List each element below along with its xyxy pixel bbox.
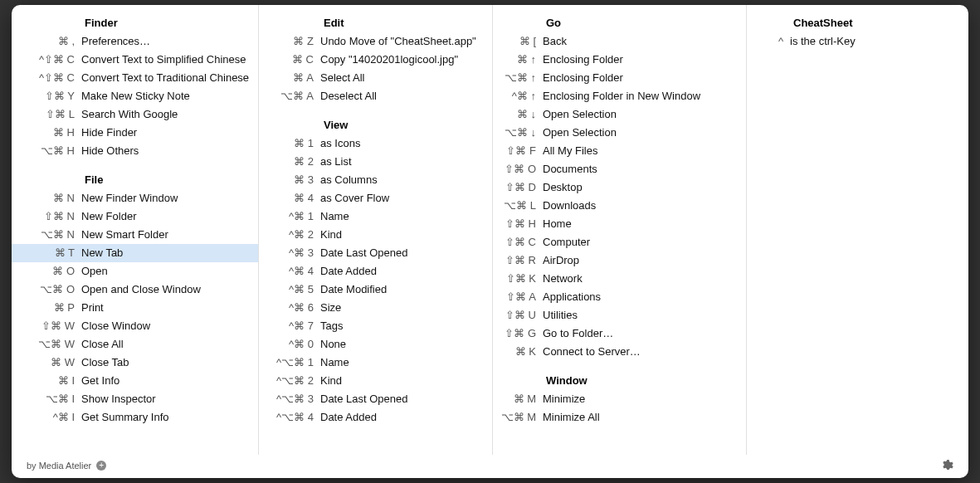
- shortcut-row[interactable]: ⇧⌘ LSearch With Google: [12, 105, 258, 124]
- shortcut-row[interactable]: ⌘ ,Preferences…: [12, 32, 258, 51]
- shortcut-label: Close Window: [80, 317, 150, 335]
- shortcut-label: Back: [541, 32, 567, 51]
- shortcut-row[interactable]: ^⌥⌘ 3Date Last Opened: [259, 390, 492, 408]
- shortcut-keys: ⌘ C: [259, 51, 319, 69]
- shortcut-label: Copy "14020201logicool.jpg": [319, 51, 458, 69]
- shortcut-row[interactable]: ⌘ [Back: [493, 32, 746, 51]
- shortcut-row[interactable]: ⌘ KConnect to Server…: [493, 343, 746, 361]
- shortcut-row[interactable]: ^⌘ 3Date Last Opened: [259, 244, 492, 262]
- shortcut-row[interactable]: ⌘ TNew Tab: [12, 244, 258, 262]
- shortcut-row[interactable]: ⌥⌘ OOpen and Close Window: [12, 281, 258, 299]
- shortcut-row[interactable]: ⌥⌘ IShow Inspector: [12, 390, 258, 408]
- shortcut-label: Size: [319, 299, 341, 317]
- shortcut-keys: ⇧⌘ W: [12, 317, 80, 335]
- shortcut-row[interactable]: ⇧⌘ KNetwork: [493, 270, 746, 288]
- shortcut-keys: ^⌘ 4: [259, 262, 319, 281]
- shortcut-row[interactable]: ⌘ ↑Enclosing Folder: [493, 51, 746, 69]
- shortcut-keys: ⇧⌘ D: [493, 178, 541, 197]
- shortcut-keys: ⌥⌘ A: [259, 87, 319, 105]
- shortcut-row[interactable]: ⌥⌘ NNew Smart Folder: [12, 226, 258, 244]
- section-title: View: [259, 115, 492, 134]
- shortcut-row[interactable]: ^⌘ 1Name: [259, 207, 492, 226]
- shortcut-row[interactable]: ⌥⌘ ↓Open Selection: [493, 124, 746, 142]
- shortcut-label: Documents: [541, 160, 597, 178]
- shortcut-keys: ⇧⌘ C: [493, 233, 541, 251]
- section-title: Finder: [12, 13, 258, 32]
- shortcut-row[interactable]: ^⌘ 0None: [259, 335, 492, 354]
- shortcut-row[interactable]: ⇧⌘ YMake New Sticky Note: [12, 87, 258, 105]
- gear-icon[interactable]: [940, 459, 953, 472]
- shortcut-row[interactable]: ^⇧⌘ CConvert Text to Traditional Chinese: [12, 69, 258, 87]
- shortcut-label: Search With Google: [80, 105, 178, 124]
- shortcut-label: Make New Sticky Note: [80, 87, 190, 105]
- shortcut-keys: ^⌥⌘ 1: [259, 354, 319, 372]
- shortcut-keys: ^⌘ 5: [259, 281, 319, 299]
- shortcut-row[interactable]: ⌘ MMinimize: [493, 390, 746, 408]
- shortcut-row[interactable]: ⌘ HHide Finder: [12, 124, 258, 142]
- shortcut-row[interactable]: ⌥⌘ MMinimize All: [493, 408, 746, 427]
- plus-icon[interactable]: +: [96, 461, 106, 471]
- section-title: Window: [493, 371, 746, 390]
- shortcut-row[interactable]: ^⌘ 6Size: [259, 299, 492, 317]
- column-1: Finder⌘ ,Preferences…^⇧⌘ CConvert Text t…: [12, 5, 259, 455]
- shortcut-row[interactable]: ⌘ WClose Tab: [12, 354, 258, 372]
- shortcut-keys: ⇧⌘ A: [493, 288, 541, 306]
- shortcut-row[interactable]: ^⌘ 2Kind: [259, 226, 492, 244]
- section-gap: [493, 361, 746, 371]
- shortcut-keys: ⌘ O: [12, 262, 80, 281]
- shortcut-row[interactable]: ⌘ ↓Open Selection: [493, 105, 746, 124]
- shortcut-row[interactable]: ⇧⌘ NNew Folder: [12, 207, 258, 226]
- shortcut-label: as Columns: [319, 171, 378, 189]
- shortcut-label: Open: [80, 262, 108, 281]
- shortcut-row[interactable]: ^⌘ 5Date Modified: [259, 281, 492, 299]
- shortcut-row[interactable]: ^⇧⌘ CConvert Text to Simplified Chinese: [12, 51, 258, 69]
- shortcut-keys: ⌥⌘ N: [12, 226, 80, 244]
- shortcut-row[interactable]: ^⌥⌘ 1Name: [259, 354, 492, 372]
- shortcut-row[interactable]: ⇧⌘ HHome: [493, 215, 746, 233]
- shortcut-keys: ^⇧⌘ C: [12, 51, 80, 69]
- shortcut-row[interactable]: ⇧⌘ DDesktop: [493, 178, 746, 197]
- shortcut-row[interactable]: ⌘ PPrint: [12, 299, 258, 317]
- shortcut-row[interactable]: ^⌘ 4Date Added: [259, 262, 492, 281]
- shortcut-row[interactable]: ⌘ 1as Icons: [259, 134, 492, 153]
- shortcut-keys: ⌘ N: [12, 189, 80, 207]
- shortcut-row[interactable]: ⌘ CCopy "14020201logicool.jpg": [259, 51, 492, 69]
- shortcut-label: as List: [319, 153, 352, 171]
- shortcut-row[interactable]: ^is the ctrl-Key: [747, 32, 968, 51]
- shortcut-row[interactable]: ⌘ 4as Cover Flow: [259, 189, 492, 207]
- shortcut-row[interactable]: ⇧⌘ UUtilities: [493, 306, 746, 324]
- shortcut-row[interactable]: ⇧⌘ GGo to Folder…: [493, 324, 746, 343]
- shortcut-row[interactable]: ^⌘ IGet Summary Info: [12, 408, 258, 427]
- shortcut-row[interactable]: ⌘ NNew Finder Window: [12, 189, 258, 207]
- shortcut-row[interactable]: ^⌥⌘ 4Date Added: [259, 408, 492, 427]
- shortcut-row[interactable]: ⇧⌘ FAll My Files: [493, 142, 746, 160]
- shortcut-row[interactable]: ⇧⌘ WClose Window: [12, 317, 258, 335]
- shortcut-row[interactable]: ^⌘ ↑Enclosing Folder in New Window: [493, 87, 746, 105]
- shortcut-row[interactable]: ⌘ OOpen: [12, 262, 258, 281]
- shortcut-row[interactable]: ⌥⌘ HHide Others: [12, 142, 258, 160]
- shortcut-row[interactable]: ⌘ ASelect All: [259, 69, 492, 87]
- shortcut-row[interactable]: ⇧⌘ RAirDrop: [493, 251, 746, 270]
- shortcut-row[interactable]: ^⌘ 7Tags: [259, 317, 492, 335]
- shortcut-row[interactable]: ⇧⌘ CComputer: [493, 233, 746, 251]
- shortcut-row[interactable]: ⌥⌘ LDownloads: [493, 197, 746, 215]
- shortcut-row[interactable]: ⌘ 2as List: [259, 153, 492, 171]
- shortcut-row[interactable]: ⌘ 3as Columns: [259, 171, 492, 189]
- shortcut-label: Go to Folder…: [541, 324, 613, 343]
- shortcut-row[interactable]: ⌘ IGet Info: [12, 372, 258, 390]
- shortcut-label: Computer: [541, 233, 590, 251]
- shortcut-row[interactable]: ⇧⌘ AApplications: [493, 288, 746, 306]
- shortcut-keys: ^⌘ 6: [259, 299, 319, 317]
- shortcut-row[interactable]: ⌥⌘ ↑Enclosing Folder: [493, 69, 746, 87]
- shortcut-label: Open and Close Window: [80, 281, 201, 299]
- shortcut-row[interactable]: ⌥⌘ ADeselect All: [259, 87, 492, 105]
- shortcut-row[interactable]: ^⌥⌘ 2Kind: [259, 372, 492, 390]
- shortcut-row[interactable]: ⇧⌘ ODocuments: [493, 160, 746, 178]
- shortcut-label: Enclosing Folder in New Window: [541, 87, 700, 105]
- shortcut-keys: ⇧⌘ R: [493, 251, 541, 270]
- shortcut-label: as Icons: [319, 134, 360, 153]
- shortcut-keys: ⌘ 3: [259, 171, 319, 189]
- shortcut-keys: ⌘ ↑: [493, 51, 541, 69]
- shortcut-row[interactable]: ⌘ ZUndo Move of "CheatSheet.app": [259, 32, 492, 51]
- shortcut-row[interactable]: ⌥⌘ WClose All: [12, 335, 258, 354]
